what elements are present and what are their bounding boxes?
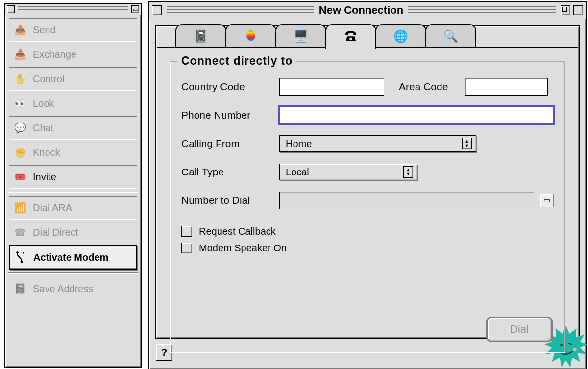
tool-label: Knock	[33, 147, 60, 158]
search-icon: 🔍	[443, 29, 458, 43]
tab-content-telephone: Connect directly to Country Code Area Co…	[157, 47, 578, 337]
tool-send[interactable]: 📤 Send	[9, 18, 137, 42]
modem-speaker-checkbox[interactable]	[181, 243, 192, 253]
country-code-input[interactable]	[279, 78, 384, 96]
tool-label: Look	[33, 98, 54, 109]
tab-telephone[interactable]	[325, 24, 376, 49]
tool-label: Send	[33, 25, 56, 36]
window-titlebar[interactable]: New Connection	[149, 2, 586, 19]
exchange-icon: 📥	[13, 48, 27, 61]
call-type-popup[interactable]: Local ▲▼	[279, 164, 417, 180]
popup-arrows-icon: ▲▼	[403, 166, 413, 178]
toolbox-separator	[8, 192, 138, 193]
control-icon: ✋	[13, 72, 27, 86]
globe-icon: 🌐	[393, 29, 408, 43]
tab-search[interactable]: 🔍	[425, 24, 476, 48]
close-box[interactable]	[152, 5, 162, 15]
tool-label: Dial ARA	[33, 202, 72, 214]
look-icon: 👀	[13, 97, 27, 110]
country-code-label: Country Code	[181, 81, 279, 93]
phone-number-input[interactable]	[279, 106, 554, 124]
calling-from-value: Home	[286, 138, 312, 149]
ara-icon: 🖥️	[294, 29, 308, 43]
new-connection-window: New Connection 📓 🖥️	[148, 1, 587, 369]
tool-save-address[interactable]: 📓 Save Address	[9, 277, 137, 300]
dial-ara-icon: 📶	[13, 201, 27, 215]
windowshade-box[interactable]	[573, 5, 583, 15]
phone-number-label: Phone Number	[181, 109, 279, 121]
group-title: Connect directly to	[177, 54, 296, 68]
zoom-box[interactable]	[561, 5, 570, 15]
tool-dial-direct[interactable]: ☎ Dial Direct	[9, 221, 137, 244]
tab-panel: 📓 🖥️ 🌐 🔍 Connect directly to	[155, 25, 580, 339]
tool-look[interactable]: 👀 Look	[9, 92, 137, 115]
tool-knock[interactable]: ✊ Knock	[9, 141, 137, 164]
request-callback-checkbox[interactable]	[181, 226, 192, 237]
popup-arrows-icon: ▲▼	[462, 138, 472, 149]
tab-row: 📓 🖥️ 🌐 🔍	[175, 24, 475, 49]
apple-icon	[244, 28, 258, 45]
calling-from-label: Calling From	[181, 138, 279, 149]
svg-point-0	[16, 251, 18, 253]
toolbox-close-box[interactable]	[7, 5, 15, 13]
modem-speaker-row[interactable]: Modem Speaker On	[181, 240, 554, 256]
svg-point-1	[21, 261, 23, 263]
invite-icon: 🎟️	[13, 170, 27, 184]
toolbox-titlebar[interactable]: ▭	[5, 4, 141, 15]
connect-directly-group: Connect directly to Country Code Area Co…	[170, 61, 565, 353]
svg-point-5	[573, 348, 576, 351]
tool-invite[interactable]: 🎟️ Invite	[9, 165, 137, 189]
number-to-dial-label: Number to Dial	[181, 195, 279, 206]
window-title: New Connection	[319, 4, 403, 17]
telephone-icon	[343, 28, 358, 46]
tool-label: Control	[33, 74, 64, 85]
tool-label: Chat	[33, 123, 53, 134]
tool-chat[interactable]: 💬 Chat	[9, 116, 137, 140]
tab-appletalk[interactable]	[225, 24, 276, 48]
toolbox-separator	[8, 272, 138, 274]
tool-label: Activate Modem	[33, 252, 108, 263]
request-callback-label: Request Callback	[199, 226, 276, 237]
call-type-value: Local	[286, 167, 309, 178]
tool-activate-modem[interactable]: Activate Modem	[9, 245, 137, 270]
tab-address-book[interactable]: 📓	[175, 24, 226, 48]
call-type-label: Call Type	[181, 166, 279, 178]
calling-from-popup[interactable]: Home ▲▼	[279, 135, 476, 152]
dial-button-label: Dial	[510, 323, 529, 336]
area-code-label: Area Code	[399, 81, 465, 93]
tool-exchange[interactable]: 📥 Exchange	[9, 43, 137, 66]
tool-label: Dial Direct	[33, 227, 78, 238]
titlebar-stripes	[167, 6, 314, 14]
number-to-dial-field	[279, 192, 534, 209]
titlebar-stripes	[18, 6, 128, 12]
tab-internet[interactable]: 🌐	[375, 24, 426, 48]
save-address-icon: 📓	[13, 282, 27, 295]
svg-point-2	[349, 37, 352, 40]
activate-modem-icon	[14, 250, 27, 264]
toolbox-collapse-box[interactable]: ▭	[131, 5, 139, 13]
area-code-input[interactable]	[465, 78, 548, 96]
tool-dial-ara[interactable]: 📶 Dial ARA	[9, 196, 137, 220]
address-book-icon: 📓	[194, 29, 208, 43]
send-icon: 📤	[13, 23, 27, 37]
toolbox-list: 📤 Send 📥 Exchange ✋ Control 👀 Look 💬 Cha…	[5, 15, 141, 304]
help-icon: ?	[161, 347, 167, 358]
tab-ara[interactable]: 🖥️	[275, 24, 326, 48]
dialing-options-icon[interactable]: ▭	[540, 194, 554, 207]
dial-direct-icon: ☎	[13, 225, 27, 239]
knock-icon: ✊	[13, 146, 27, 159]
toolbox-window: ▭ 📤 Send 📥 Exchange ✋ Control 👀 Look 💬 C…	[4, 3, 142, 368]
request-callback-row[interactable]: Request Callback	[181, 223, 554, 240]
chat-icon: 💬	[13, 121, 27, 135]
tool-control[interactable]: ✋ Control	[9, 67, 137, 91]
dial-button[interactable]: Dial	[486, 317, 553, 342]
modem-speaker-label: Modem Speaker On	[199, 243, 287, 254]
titlebar-stripes	[408, 6, 556, 14]
tool-label: Invite	[33, 172, 56, 183]
tool-label: Exchange	[33, 49, 76, 60]
tool-label: Save Address	[33, 283, 93, 295]
